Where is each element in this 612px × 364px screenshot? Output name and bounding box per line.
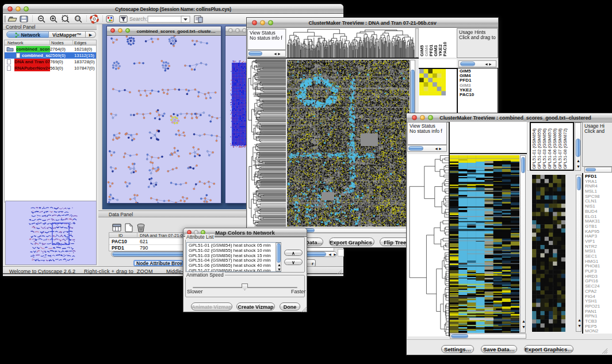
svg-text:Search:: Search:: [129, 16, 147, 22]
svg-text:1:1: 1:1: [76, 17, 80, 20]
